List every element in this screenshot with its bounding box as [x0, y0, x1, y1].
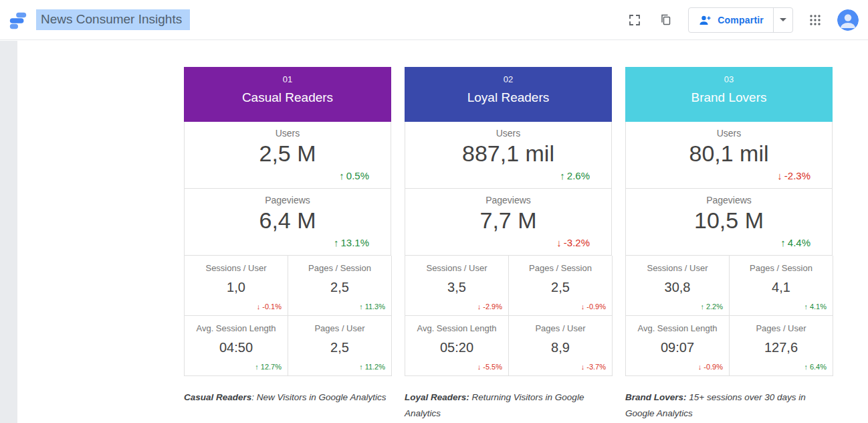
delta-value: 4.1%	[810, 303, 827, 311]
metric-value: 7,7 M	[405, 207, 611, 234]
metric-value: 3,5	[405, 280, 508, 295]
metric-value: 2,5	[288, 340, 391, 355]
delta-arrow: ↑	[804, 363, 808, 371]
metric-value: 80,1 mil	[626, 141, 832, 167]
card-title: Casual Readers	[184, 90, 391, 105]
metric-label: Avg. Session Length	[405, 316, 508, 333]
share-dropdown-button[interactable]	[773, 8, 792, 32]
metric-label: Pages / Session	[509, 256, 612, 273]
metric-value: 09:07	[626, 340, 729, 355]
datastudio-logo-icon[interactable]	[8, 9, 29, 31]
card-header: 01 Casual Readers	[184, 67, 391, 122]
metric-delta: ↑12.7%	[255, 363, 282, 371]
report-canvas: 01 Casual Readers Users 2,5 M ↑0.5% Page…	[17, 41, 868, 423]
delta-arrow: ↑	[560, 170, 565, 181]
small-metrics: Sessions / User 30,8 ↑2.2% Pages / Sessi…	[625, 256, 833, 376]
metric-delta: ↓-3.2%	[556, 237, 590, 248]
scorecard-casual-readers[interactable]: 01 Casual Readers Users 2,5 M ↑0.5% Page…	[184, 67, 391, 376]
metric-delta: ↑2.2%	[700, 303, 723, 311]
delta-arrow: ↓	[777, 170, 782, 181]
share-button[interactable]: Compartir	[689, 8, 773, 32]
delta-value: -0.9%	[703, 363, 723, 371]
footnotes: Casual Readers: New Visitors in Google A…	[184, 390, 833, 422]
pages-per-user-metric: Pages / User 2,5 ↑11.2%	[288, 316, 392, 376]
metric-label: Avg. Session Length	[626, 316, 729, 333]
copy-report-button[interactable]	[653, 7, 679, 33]
metric-label: Sessions / User	[185, 256, 288, 273]
apps-grid-button[interactable]	[802, 7, 829, 33]
metric-label: Avg. Session Length	[185, 316, 288, 333]
delta-value: 6.4%	[810, 363, 827, 371]
fullscreen-button[interactable]	[621, 7, 648, 33]
delta-arrow: ↓	[581, 363, 585, 371]
delta-arrow: ↑	[804, 303, 808, 311]
card-number: 03	[625, 74, 833, 84]
delta-arrow: ↓	[257, 303, 261, 311]
metric-delta: ↓-2.9%	[477, 303, 502, 311]
metric-label: Pageviews	[185, 189, 391, 205]
metric-value: 127,6	[730, 340, 833, 355]
metric-label: Pages / User	[509, 316, 612, 333]
header-actions: Compartir	[621, 7, 859, 33]
scorecards: 01 Casual Readers Users 2,5 M ↑0.5% Page…	[184, 67, 833, 376]
metric-delta: ↓-5.5%	[477, 363, 502, 371]
delta-value: -2.3%	[784, 170, 810, 181]
metric-delta: ↑13.1%	[334, 237, 369, 248]
pages-per-session-metric: Pages / Session 2,5 ↓-0.9%	[509, 256, 613, 316]
delta-value: 11.3%	[365, 303, 385, 311]
delta-arrow: ↓	[581, 303, 585, 311]
metric-delta: ↑4.1%	[804, 303, 827, 311]
footnote-term: Casual Readers	[184, 392, 251, 402]
footnote-text: : New Visitors in Google Analytics	[251, 392, 386, 402]
small-metrics: Sessions / User 1,0 ↓-0.1% Pages / Sessi…	[184, 256, 391, 376]
metric-delta: ↑11.2%	[359, 363, 385, 371]
metric-value: 1,0	[185, 280, 288, 295]
delta-value: -0.9%	[586, 303, 606, 311]
delta-arrow: ↑	[780, 237, 786, 248]
card-title: Loyal Readers	[405, 90, 612, 105]
person-add-icon	[698, 13, 712, 27]
delta-arrow: ↑	[339, 170, 344, 181]
scorecard-brand-lovers[interactable]: 03 Brand Lovers Users 80,1 mil ↓-2.3% Pa…	[625, 67, 833, 376]
footnote-term: Brand Lovers:	[625, 392, 687, 402]
delta-value: 2.2%	[706, 303, 723, 311]
delta-value: -5.5%	[483, 363, 502, 371]
metric-label: Pages / User	[730, 316, 833, 333]
metric-value: 04:50	[185, 340, 288, 355]
footnote-term: Loyal Readers:	[405, 392, 469, 402]
metric-value: 2,5	[509, 280, 612, 295]
sessions-per-user-metric: Sessions / User 30,8 ↑2.2%	[626, 256, 730, 316]
users-metric: Users 80,1 mil ↓-2.3%	[625, 122, 833, 189]
avatar[interactable]	[837, 9, 859, 31]
scorecard-loyal-readers[interactable]: 02 Loyal Readers Users 887,1 mil ↑2.6% P…	[405, 67, 612, 376]
delta-arrow: ↑	[255, 363, 259, 371]
user-avatar-icon	[837, 9, 859, 31]
card-header: 02 Loyal Readers	[405, 67, 612, 122]
pageviews-metric: Pageviews 7,7 M ↓-3.2%	[405, 189, 612, 256]
metric-label: Pageviews	[626, 189, 832, 205]
metric-delta: ↑6.4%	[804, 363, 827, 371]
metric-value: 2,5 M	[185, 141, 391, 167]
delta-arrow: ↓	[556, 237, 562, 248]
metric-value: 8,9	[509, 340, 612, 355]
chevron-down-icon	[780, 18, 786, 21]
pageviews-metric: Pageviews 10,5 M ↑4.4%	[625, 189, 833, 256]
metric-label: Pageviews	[405, 189, 611, 205]
apps-grid-icon	[809, 14, 821, 26]
metric-value: 10,5 M	[626, 207, 832, 234]
metric-delta: ↓-0.9%	[698, 363, 723, 371]
delta-arrow: ↑	[700, 303, 704, 311]
metric-label: Sessions / User	[626, 256, 729, 273]
delta-arrow: ↑	[359, 303, 363, 311]
metric-delta: ↑11.3%	[359, 303, 385, 311]
metric-label: Pages / Session	[288, 256, 391, 273]
share-label: Compartir	[718, 15, 764, 25]
report-title[interactable]: News Consumer Insights	[36, 9, 190, 30]
pages-per-session-metric: Pages / Session 4,1 ↑4.1%	[730, 256, 833, 316]
avg-session-length-metric: Avg. Session Length 04:50 ↑12.7%	[185, 316, 288, 376]
metric-delta: ↓-2.3%	[777, 170, 810, 181]
users-metric: Users 887,1 mil ↑2.6%	[405, 122, 612, 189]
delta-value: 2.6%	[567, 170, 590, 181]
delta-value: 11.2%	[365, 363, 385, 371]
copy-icon	[660, 14, 672, 26]
